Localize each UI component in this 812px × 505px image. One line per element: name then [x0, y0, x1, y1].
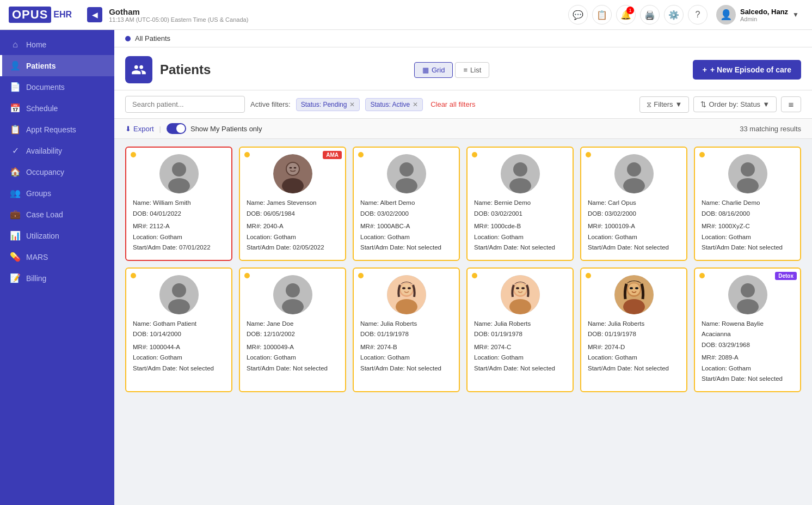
grid-view-button[interactable]: ▦ Grid [414, 62, 453, 78]
sidebar-item-billing[interactable]: 📝 Billing [0, 267, 114, 289]
patient-card[interactable]: Detox Name: Rowena Baylie Acacianna DOB:… [694, 267, 801, 392]
sidebar-item-schedule[interactable]: 📅 Schedule [0, 98, 114, 119]
svg-point-23 [168, 299, 190, 314]
chevron-down-icon: ▼ [675, 100, 682, 108]
status-dot [131, 273, 136, 278]
svg-point-30 [401, 283, 413, 295]
list-view-button[interactable]: ≡ List [455, 62, 489, 78]
patient-card[interactable]: Name: Carl Opus DOB: 03/02/2000 MR#: 100… [580, 147, 687, 261]
search-input[interactable] [125, 96, 245, 113]
patient-location: Location: Gotham [360, 352, 452, 363]
sidebar-item-availability[interactable]: ✓ Availability [0, 140, 114, 161]
patient-location: Location: Gotham [474, 352, 566, 363]
sidebar-item-case-load[interactable]: 💼 Case Load [0, 204, 114, 225]
show-my-patients-toggle[interactable] [167, 123, 186, 134]
patient-card[interactable]: Name: Jane Doe DOB: 12/10/2002 MR#: 1000… [239, 267, 346, 392]
svg-point-36 [514, 283, 526, 295]
settings-icon-button[interactable]: ⚙️ [664, 5, 684, 25]
appt-icon: 📋 [10, 124, 21, 135]
sidebar-item-mars[interactable]: 💊 MARS [0, 246, 114, 267]
status-dot [131, 152, 136, 157]
svg-point-17 [623, 178, 645, 193]
patient-info: Name: Julia Roberts DOB: 01/19/1978 MR#:… [588, 319, 680, 374]
avatar [728, 275, 767, 314]
case-load-icon: 💼 [10, 209, 21, 220]
patient-mr: MR#: 2112-A [133, 221, 225, 232]
patient-name: Name: Carl Opus [588, 198, 680, 209]
sidebar-item-appt-requests[interactable]: 📋 Appt Requests [0, 119, 114, 140]
patient-grid: Name: William Smith DOB: 04/01/2022 MR#:… [125, 147, 801, 392]
sidebar-item-home[interactable]: ⌂ Home [0, 34, 114, 55]
view-toggles: ▦ Grid ≡ List [414, 62, 489, 78]
sidebar-item-label: Occupancy [26, 168, 64, 177]
patient-info: Name: Gotham Patient DOB: 10/14/2000 MR#… [133, 319, 225, 374]
patient-card[interactable]: AMA Name: James Stevenson DOB: 06/05/198… [239, 147, 346, 261]
patient-start-date: Start/Adm Date: 02/05/2022 [247, 242, 339, 253]
toggle-circle [176, 124, 185, 133]
results-count: 33 matching results [740, 125, 801, 133]
sidebar-item-occupancy[interactable]: 🏠 Occupancy [0, 161, 114, 182]
patients-title-area: Patients [125, 56, 211, 83]
sidebar-item-utilization[interactable]: 📊 Utilization [0, 225, 114, 246]
patient-info: Name: Jane Doe DOB: 12/10/2002 MR#: 1000… [247, 319, 339, 374]
remove-filter-active[interactable]: ✕ [413, 101, 418, 108]
sidebar-item-groups[interactable]: 👥 Groups [0, 182, 114, 204]
patient-location: Location: Gotham [133, 352, 225, 363]
mars-icon: 💊 [10, 252, 21, 262]
sidebar-item-patients[interactable]: 👤 Patients [0, 55, 114, 76]
patient-card[interactable]: Name: Charlie Demo DOB: 08/16/2000 MR#: … [694, 147, 801, 261]
avatar [387, 275, 426, 314]
patient-info: Name: William Smith DOB: 04/01/2022 MR#:… [133, 198, 225, 253]
patient-dob: DOB: 06/05/1984 [247, 209, 339, 220]
order-by-button[interactable]: ⇅ Order by: Status ▼ [693, 96, 777, 112]
export-button[interactable]: ⬇ Export [125, 125, 154, 133]
content: All Patients Patients ▦ Grid ≡ List [114, 30, 812, 505]
avatar [501, 275, 540, 314]
patient-name: Name: Jane Doe [247, 319, 339, 330]
svg-point-11 [396, 178, 417, 193]
svg-point-25 [286, 283, 300, 297]
remove-filter-pending[interactable]: ✕ [349, 101, 355, 108]
svg-point-29 [396, 299, 417, 314]
new-episode-button[interactable]: + + New Episode of care [693, 60, 801, 80]
logo-opus: OPUS [9, 7, 51, 23]
sidebar-item-documents[interactable]: 📄 Documents [0, 76, 114, 98]
status-dot [358, 152, 364, 157]
patient-card[interactable]: Name: William Smith DOB: 04/01/2022 MR#:… [125, 147, 232, 261]
patient-card[interactable]: Name: Julia Roberts DOB: 01/19/1978 MR#:… [353, 267, 460, 392]
patient-card[interactable]: Name: Albert Demo DOB: 03/02/2000 MR#: 1… [353, 147, 460, 261]
svg-point-46 [741, 283, 755, 297]
patient-start-date: Start/Adm Date: Not selected [588, 363, 680, 374]
chevron-down-icon: ▼ [792, 11, 799, 19]
patient-name: Name: Gotham Patient [133, 319, 225, 330]
back-button[interactable]: ◀ [87, 7, 102, 22]
patient-card[interactable]: Name: Julia Roberts DOB: 01/19/1978 MR#:… [580, 267, 687, 392]
patient-card[interactable]: Name: Bernie Demo DOB: 03/02/2001 MR#: 1… [466, 147, 574, 261]
patient-start-date: Start/Adm Date: Not selected [702, 374, 793, 385]
patient-dob: DOB: 03/02/2001 [474, 209, 566, 220]
patient-location: Location: Gotham [474, 232, 566, 243]
chat-icon-button[interactable]: 💬 [568, 5, 588, 25]
plus-icon: + [703, 65, 707, 74]
clear-all-filters-button[interactable]: Clear all filters [430, 100, 475, 108]
svg-point-1 [172, 162, 186, 177]
topbar: OPUS EHR ◀ Gotham 11:13 AM (UTC-05:00) E… [0, 0, 812, 30]
svg-point-13 [513, 162, 527, 177]
clipboard-icon-button[interactable]: 📋 [592, 5, 612, 25]
user-menu[interactable]: 👤 Salcedo, Hanz Admin ▼ [712, 5, 803, 25]
active-filters-label: Active filters: [250, 100, 291, 108]
svg-point-8 [293, 167, 296, 169]
print-icon-button[interactable]: 🖨️ [640, 5, 660, 25]
sidebar-item-label: Home [26, 40, 46, 49]
notification-icon-button[interactable]: 🔔 1 [616, 5, 636, 25]
help-icon-button[interactable]: ? [688, 5, 708, 25]
breadcrumb-dot [125, 36, 131, 41]
patient-card[interactable]: Name: Julia Roberts DOB: 01/19/1978 MR#:… [466, 267, 574, 392]
location-name: Gotham [109, 7, 562, 16]
patient-card[interactable]: Name: Gotham Patient DOB: 10/14/2000 MR#… [125, 267, 232, 392]
filter-order-area: ⧖ Filters ▼ ⇅ Order by: Status ▼ ≣ [639, 96, 801, 113]
status-dot [358, 273, 364, 278]
divider: | [159, 125, 161, 133]
filters-button[interactable]: ⧖ Filters ▼ [639, 96, 689, 113]
sort-order-icon-button[interactable]: ≣ [781, 96, 801, 112]
